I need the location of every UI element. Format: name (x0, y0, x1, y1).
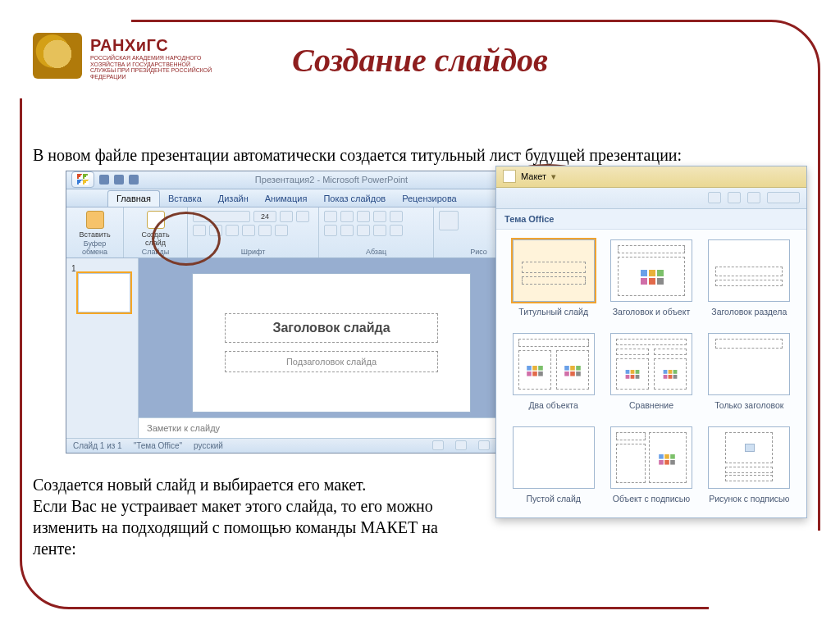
toolbar-icon[interactable] (767, 192, 800, 203)
tab-insert[interactable]: Вставка (160, 191, 210, 207)
layout-option-comparison[interactable]: Сравнение (605, 333, 696, 420)
thumb-number: 1 (71, 264, 76, 273)
font-family-dropdown[interactable] (193, 211, 250, 222)
align-left-icon[interactable] (324, 225, 337, 236)
layout-caption: Заголовок и объект (613, 307, 691, 326)
layout-button-bar: Макет ▾ (496, 166, 806, 188)
layout-icon (503, 170, 516, 183)
toolbar-icon[interactable] (747, 192, 760, 203)
justify-icon[interactable] (373, 225, 386, 236)
redo-icon[interactable] (129, 175, 139, 185)
layout-caption: Пустой слайд (526, 494, 580, 513)
slideshow-view-icon[interactable] (478, 440, 490, 450)
gallery-header: Тема Office (496, 209, 806, 230)
window-title: Презентация2 - Microsoft PowerPoint (144, 175, 519, 185)
slide-thumbnails-pane[interactable]: 1 (66, 258, 139, 438)
layout-caption: Только заголовок (714, 400, 783, 420)
picture-icon (745, 444, 755, 452)
slide-canvas[interactable]: Заголовок слайда Подзаголовок слайда (192, 273, 471, 412)
normal-view-icon[interactable] (432, 440, 444, 450)
status-slide-count: Слайд 1 из 1 (73, 441, 122, 450)
indent-left-icon[interactable] (357, 211, 370, 222)
slide-canvas-area: Заголовок слайда Подзаголовок слайда Зам… (139, 258, 524, 438)
clipboard-group-label: Буфер обмена (71, 239, 118, 256)
font-size-dropdown[interactable]: 24 (253, 211, 276, 222)
pp-titlebar: Презентация2 - Microsoft PowerPoint (66, 171, 524, 189)
layout-option-content-caption[interactable]: Объект с подписью (605, 426, 696, 513)
notes-pane[interactable]: Заметки к слайду (139, 417, 524, 438)
statusbar: Слайд 1 из 1 "Тема Office" русский 38% (66, 438, 524, 453)
ribbon: Вставить Буфер обмена Создать слайд Слай… (66, 207, 524, 258)
layout-option-title-content[interactable]: Заголовок и объект (605, 239, 696, 326)
indent-right-icon[interactable] (373, 211, 386, 222)
font-color-icon[interactable] (275, 225, 288, 236)
tab-slideshow[interactable]: Показ слайдов (315, 191, 394, 207)
layout-gallery-popup: Макет ▾ Тема Office Титульный слайд (495, 166, 807, 518)
layout-option-title-only[interactable]: Только заголовок (704, 333, 795, 420)
bold-icon[interactable] (193, 225, 206, 236)
slide-thumbnail[interactable] (78, 273, 130, 312)
layout-option-title-slide[interactable]: Титульный слайд (508, 239, 599, 326)
font-group-label: Шрифт (193, 248, 313, 256)
shadow-icon[interactable] (258, 225, 272, 236)
layout-caption: Титульный слайд (518, 307, 588, 326)
align-right-icon[interactable] (357, 225, 370, 236)
align-center-icon[interactable] (340, 225, 354, 236)
page-title: Создание слайдов (33, 33, 807, 80)
title-placeholder[interactable]: Заголовок слайда (225, 313, 438, 343)
new-slide-label: Создать слайд (141, 230, 169, 247)
powerpoint-window: Презентация2 - Microsoft PowerPoint Глав… (66, 171, 525, 454)
layout-caption: Рисунок с подписью (709, 494, 789, 513)
paragraph-group-label: Абзац (324, 248, 428, 256)
paste-label: Вставить (79, 230, 110, 239)
office-button[interactable] (71, 171, 94, 188)
office-logo-icon (77, 174, 89, 185)
undo-icon[interactable] (114, 175, 124, 185)
layout-caption: Объект с подписью (613, 494, 690, 513)
layout-caption: Два объекта (528, 400, 578, 420)
layout-option-blank[interactable]: Пустой слайд (508, 426, 599, 513)
columns-icon[interactable] (390, 225, 403, 236)
layout-button[interactable]: Макет (521, 171, 546, 181)
paragraph-1: В новом файле презентации автоматически … (33, 144, 807, 166)
layout-option-section-header[interactable]: Заголовок раздела (704, 239, 795, 326)
status-language: русский (194, 441, 223, 450)
new-slide-icon (147, 211, 165, 229)
slides-group-label: Слайды (129, 248, 182, 256)
toolbar-icon[interactable] (728, 192, 741, 203)
tab-review[interactable]: Рецензирова (394, 191, 465, 207)
toolbar-icon[interactable] (708, 192, 721, 203)
underline-icon[interactable] (226, 225, 239, 236)
layout-caption: Заголовок раздела (711, 307, 787, 326)
save-icon[interactable] (99, 175, 109, 185)
paste-button[interactable]: Вставить (71, 211, 118, 239)
ribbon-tabs: Главная Вставка Дизайн Анимация Показ сл… (66, 189, 524, 207)
italic-icon[interactable] (209, 225, 222, 236)
bullets-icon[interactable] (324, 211, 337, 222)
tab-design[interactable]: Дизайн (210, 191, 257, 207)
paragraph-2: Создается новый слайд и выбирается его м… (33, 474, 476, 559)
shapes-icon[interactable] (439, 211, 459, 230)
new-slide-button[interactable]: Создать слайд (129, 211, 182, 247)
clipboard-icon (86, 211, 104, 229)
shrink-font-icon[interactable] (296, 211, 309, 222)
subtitle-placeholder[interactable]: Подзаголовок слайда (225, 351, 438, 372)
strike-icon[interactable] (242, 225, 255, 236)
grow-font-icon[interactable] (280, 211, 293, 222)
gallery-toolbar (496, 188, 806, 209)
layout-option-two-content[interactable]: Два объекта (508, 333, 599, 420)
line-spacing-icon[interactable] (390, 211, 403, 222)
layout-caption: Сравнение (629, 400, 673, 420)
quick-access-toolbar[interactable] (99, 175, 139, 185)
layout-option-picture-caption[interactable]: Рисунок с подписью (704, 426, 795, 513)
chevron-down-icon: ▾ (551, 171, 556, 182)
numbering-icon[interactable] (340, 211, 354, 222)
tab-home[interactable]: Главная (107, 190, 160, 207)
gallery-grid: Титульный слайд Заголовок и объект (496, 230, 806, 517)
status-theme: "Тема Office" (134, 441, 182, 450)
sorter-view-icon[interactable] (455, 440, 467, 450)
tab-animation[interactable]: Анимация (257, 191, 316, 207)
